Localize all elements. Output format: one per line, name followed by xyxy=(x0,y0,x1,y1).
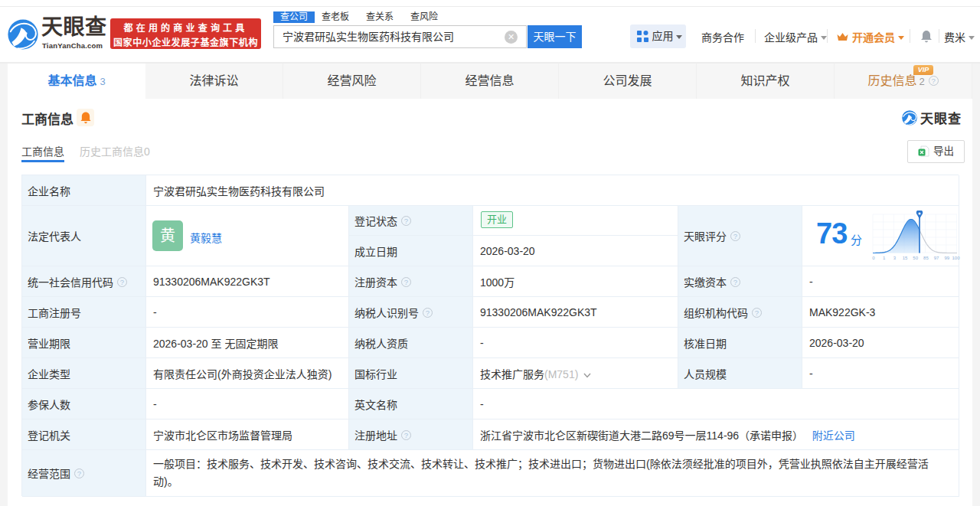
svg-text:3: 3 xyxy=(893,256,897,260)
svg-text:50: 50 xyxy=(913,256,918,260)
svg-text:99: 99 xyxy=(944,256,949,260)
svg-text:1: 1 xyxy=(883,256,886,260)
svg-text:15: 15 xyxy=(903,256,908,260)
svg-text:100: 100 xyxy=(952,256,960,260)
svg-text:85: 85 xyxy=(923,256,929,260)
svg-text:0: 0 xyxy=(872,256,875,260)
svg-text:97: 97 xyxy=(934,256,939,260)
